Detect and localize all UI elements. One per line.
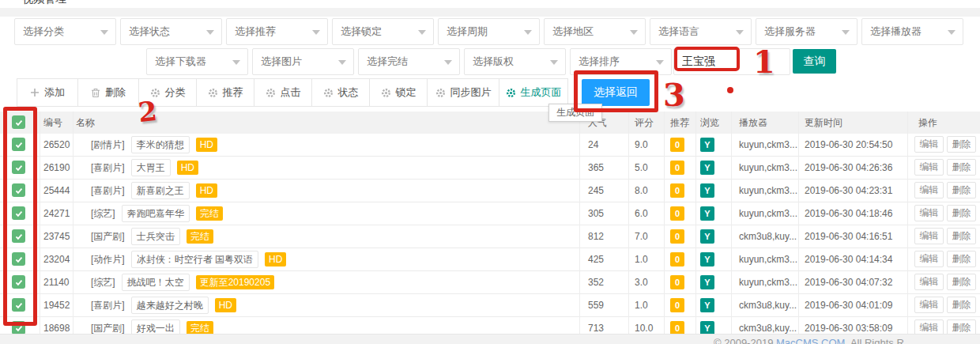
category-label: [国产剧] — [91, 230, 125, 244]
recommend-badge[interactable]: 0 — [670, 161, 684, 175]
filter-select-lock[interactable]: 选择锁定 — [332, 18, 434, 45]
col-header-recommend: 推荐 — [670, 112, 689, 134]
classify-button[interactable]: 分类 — [138, 78, 197, 107]
row-checkbox[interactable] — [12, 138, 25, 151]
edit-button[interactable]: 编辑 — [914, 274, 944, 290]
generate-page-button[interactable]: 生成页面 — [499, 78, 568, 107]
cms-link[interactable]: MacCMS.COM — [776, 337, 845, 344]
annotation-dot — [727, 87, 733, 93]
cell-score: 3.0 — [635, 271, 648, 293]
filter-select-image[interactable]: 选择图片 — [252, 48, 354, 75]
sync-image-button[interactable]: 同步图片 — [427, 78, 499, 107]
edit-button[interactable]: 编辑 — [914, 205, 944, 221]
cell-update-time: 2019-06-30 04:01:09 — [805, 294, 892, 316]
title-inline-input[interactable]: 李米的猜想 — [131, 136, 190, 153]
cell-name: [喜剧片]新喜剧之王HD — [91, 180, 217, 202]
cell-name: [喜剧片]大胃王HD — [91, 157, 198, 179]
title-inline-input[interactable]: 大胃王 — [131, 159, 171, 176]
status-button[interactable]: 状态 — [311, 78, 370, 107]
row-checkbox[interactable] — [12, 298, 25, 312]
delete-button[interactable]: 删除 — [77, 78, 139, 107]
edit-button[interactable]: 编辑 — [914, 182, 944, 198]
browse-badge[interactable]: Y — [700, 298, 714, 312]
add-button[interactable]: 添加 — [17, 78, 78, 107]
hits-button[interactable]: 点击 — [254, 78, 312, 107]
title-inline-input[interactable]: 士兵突击 — [131, 228, 180, 245]
filter-select-status[interactable]: 选择状态 — [120, 18, 222, 45]
filter-select-category[interactable]: 选择分类 — [14, 18, 116, 45]
cell-score: 5.0 — [635, 157, 648, 179]
table-row: 23745[国产剧]士兵突击完结8127.00Yckm3u8,kuy...201… — [0, 225, 980, 248]
delete-button[interactable]: 删除 — [947, 159, 976, 176]
browse-badge[interactable]: Y — [700, 206, 714, 221]
keyword-search-input[interactable] — [673, 48, 790, 75]
recommend-badge[interactable]: 0 — [670, 229, 684, 244]
delete-button[interactable]: 删除 — [947, 136, 976, 153]
check-icon — [14, 232, 24, 241]
cell-update-time: 2019-06-30 04:18:46 — [805, 202, 892, 225]
cell-id: 23204 — [43, 248, 70, 270]
filter-select-downloader[interactable]: 选择下载器 — [146, 48, 248, 75]
recommend-badge[interactable]: 0 — [670, 183, 684, 198]
filter-select-player[interactable]: 选择播放器 — [861, 18, 963, 45]
browse-badge[interactable]: Y — [700, 138, 714, 152]
browse-badge[interactable]: Y — [700, 183, 714, 198]
delete-button[interactable]: 删除 — [947, 182, 976, 198]
recommend-badge[interactable]: 0 — [670, 298, 684, 312]
lock-button[interactable]: 锁定 — [369, 78, 428, 107]
filter-select-label: 选择播放器 — [870, 25, 922, 37]
select-return-button[interactable]: 选择返回 — [582, 79, 650, 106]
recommend-badge[interactable]: 0 — [670, 206, 684, 221]
recommend-badge[interactable]: 0 — [670, 252, 684, 267]
filter-row-2: 选择下载器选择图片选择完结选择版权选择排序 — [146, 48, 672, 75]
filter-select-copyright[interactable]: 选择版权 — [464, 48, 566, 75]
row-checkbox[interactable] — [12, 206, 25, 220]
filter-select-sort[interactable]: 选择排序 — [570, 48, 672, 75]
browse-badge[interactable]: Y — [700, 229, 714, 244]
title-inline-input[interactable]: 奔跑吧嘉年华 — [122, 205, 190, 222]
cell-popularity: 812 — [588, 225, 604, 248]
row-checkbox[interactable] — [12, 161, 25, 174]
generate-page-tooltip: 生成页面 — [548, 104, 602, 122]
filter-select-area[interactable]: 选择地区 — [544, 18, 646, 45]
delete-button[interactable]: 删除 — [947, 251, 976, 267]
delete-button[interactable]: 删除 — [947, 228, 976, 244]
delete-button[interactable]: 删除 — [947, 274, 976, 290]
edit-button[interactable]: 编辑 — [914, 297, 944, 313]
cell-id: 19452 — [43, 294, 70, 316]
recommend-badge[interactable]: 0 — [670, 275, 684, 289]
title-inline-input[interactable]: 冰封侠：时空行者 国粤双语 — [131, 251, 258, 268]
edit-button[interactable]: 编辑 — [914, 136, 944, 153]
title-inline-input[interactable]: 新喜剧之王 — [131, 182, 190, 199]
row-checkbox[interactable] — [12, 321, 25, 335]
delete-button[interactable]: 删除 — [947, 205, 976, 221]
browse-badge[interactable]: Y — [700, 252, 714, 267]
filter-select-recommend[interactable]: 选择推荐 — [226, 18, 328, 45]
query-button[interactable]: 查询 — [793, 49, 836, 74]
col-header-update-time: 更新时间 — [805, 112, 842, 134]
cell-score: 9.0 — [635, 134, 648, 156]
delete-button[interactable]: 删除 — [947, 297, 976, 313]
plus-icon — [30, 88, 40, 97]
recommend-badge[interactable]: 0 — [670, 138, 684, 152]
filter-select-server[interactable]: 选择服务器 — [756, 18, 858, 45]
filter-select-cycle[interactable]: 选择周期 — [438, 18, 540, 45]
edit-button[interactable]: 编辑 — [914, 251, 944, 267]
row-checkbox[interactable] — [12, 229, 25, 243]
title-inline-input[interactable]: 越来越好之村晚 — [131, 297, 209, 314]
edit-button[interactable]: 编辑 — [914, 159, 944, 176]
browse-badge[interactable]: Y — [700, 161, 714, 175]
row-checkbox[interactable] — [12, 275, 25, 289]
row-checkbox[interactable] — [12, 252, 25, 266]
cell-popularity: 365 — [588, 157, 604, 179]
browse-badge[interactable]: Y — [700, 275, 714, 289]
edit-button[interactable]: 编辑 — [914, 228, 944, 244]
filter-select-finished[interactable]: 选择完结 — [358, 48, 460, 75]
row-checkbox[interactable] — [12, 183, 25, 197]
filter-select-language[interactable]: 选择语言 — [650, 18, 752, 45]
select-all-checkbox[interactable] — [12, 115, 25, 129]
chevron-down-icon — [948, 30, 956, 39]
title-inline-input[interactable]: 挑战吧！太空 — [122, 274, 190, 291]
table-row: 21140[综艺]挑战吧！太空更新至201902053523.00Ykuyun,… — [0, 271, 980, 294]
recommend-button[interactable]: 推荐 — [196, 78, 254, 107]
